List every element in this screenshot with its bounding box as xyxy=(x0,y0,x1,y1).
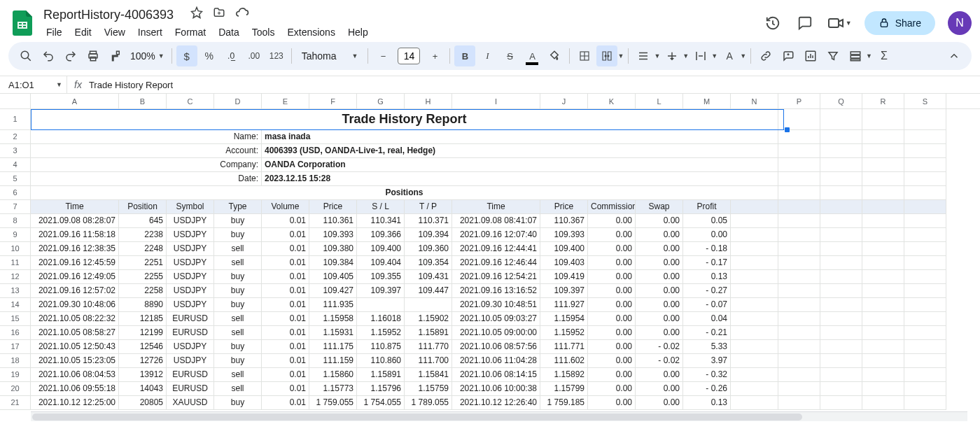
cell[interactable]: 3.97 xyxy=(683,354,731,368)
row-header[interactable]: 17 xyxy=(0,340,31,354)
cell[interactable]: 2021.10.06 08:04:53 xyxy=(31,368,119,382)
cell[interactable]: T / P xyxy=(405,200,452,214)
cell[interactable] xyxy=(904,298,946,312)
col-header[interactable]: A xyxy=(31,94,119,108)
cell[interactable]: - 0.21 xyxy=(683,326,731,340)
undo-icon[interactable] xyxy=(38,45,59,66)
italic-button[interactable]: I xyxy=(477,45,498,66)
cell[interactable]: 0.00 xyxy=(588,298,636,312)
cell[interactable]: 0.00 xyxy=(588,256,636,270)
cell[interactable]: 13912 xyxy=(119,368,167,382)
cell[interactable]: 109.400 xyxy=(540,242,588,256)
cell[interactable] xyxy=(820,326,862,340)
cell[interactable] xyxy=(904,144,946,158)
cell[interactable]: 109.400 xyxy=(357,242,405,256)
cell[interactable] xyxy=(820,382,862,396)
cell[interactable] xyxy=(862,312,904,326)
cell[interactable]: 111.159 xyxy=(309,354,357,368)
cell[interactable]: Date: xyxy=(31,172,262,186)
cell[interactable]: 0.01 xyxy=(262,284,309,298)
cell[interactable]: 109.431 xyxy=(405,270,452,284)
cell[interactable]: EURUSD xyxy=(167,382,214,396)
cell[interactable]: USDJPY xyxy=(167,214,214,228)
cell[interactable]: buy xyxy=(214,270,262,284)
cell[interactable] xyxy=(904,256,946,270)
col-header[interactable]: I xyxy=(452,94,540,108)
text-color-button[interactable]: A xyxy=(522,45,542,66)
cell[interactable]: 111.770 xyxy=(405,340,452,354)
select-all-corner[interactable] xyxy=(0,94,31,108)
cell[interactable]: EURUSD xyxy=(167,312,214,326)
cell[interactable]: 109.447 xyxy=(405,284,452,298)
cell[interactable] xyxy=(820,256,862,270)
cell[interactable] xyxy=(862,396,904,410)
cell[interactable]: 2021.10.06 11:04:28 xyxy=(452,354,540,368)
cell[interactable]: buy xyxy=(214,298,262,312)
cell[interactable] xyxy=(904,396,946,410)
cell[interactable]: 0.00 xyxy=(636,312,683,326)
cell[interactable]: 109.404 xyxy=(357,256,405,270)
cell[interactable] xyxy=(904,382,946,396)
cell[interactable] xyxy=(820,186,862,200)
cell[interactable] xyxy=(778,242,820,256)
cell[interactable] xyxy=(731,298,778,312)
cell[interactable] xyxy=(731,270,778,284)
cell[interactable]: 2238 xyxy=(119,228,167,242)
cell[interactable]: Symbol xyxy=(167,200,214,214)
cell[interactable]: USDJPY xyxy=(167,354,214,368)
cell[interactable]: buy xyxy=(214,396,262,410)
cell[interactable] xyxy=(731,326,778,340)
cell[interactable]: 2255 xyxy=(119,270,167,284)
cell[interactable] xyxy=(862,200,904,214)
cell[interactable]: Time xyxy=(452,200,540,214)
cell[interactable] xyxy=(820,298,862,312)
cell[interactable] xyxy=(820,284,862,298)
cell[interactable]: 0.01 xyxy=(262,242,309,256)
decrease-font-button[interactable]: − xyxy=(372,45,393,66)
menu-tools[interactable]: Tools xyxy=(246,24,281,41)
cell[interactable] xyxy=(778,312,820,326)
cell[interactable]: 5.33 xyxy=(683,340,731,354)
cell[interactable]: 110.367 xyxy=(540,214,588,228)
cell[interactable]: 110.361 xyxy=(309,214,357,228)
sheets-logo[interactable] xyxy=(8,9,36,37)
row-header[interactable]: 10 xyxy=(0,242,31,256)
cell[interactable]: 109.354 xyxy=(405,256,452,270)
cell[interactable]: 111.771 xyxy=(540,340,588,354)
history-icon[interactable] xyxy=(763,13,783,33)
cell[interactable]: - 0.07 xyxy=(683,298,731,312)
row-header[interactable]: 15 xyxy=(0,312,31,326)
col-header[interactable]: D xyxy=(214,94,262,108)
cell[interactable]: 0.00 xyxy=(636,396,683,410)
cell[interactable]: 111.927 xyxy=(540,298,588,312)
cell[interactable]: Profit xyxy=(683,200,731,214)
cell[interactable] xyxy=(778,200,820,214)
cell[interactable]: 109.393 xyxy=(540,228,588,242)
cell[interactable]: Type xyxy=(214,200,262,214)
cell[interactable] xyxy=(778,186,820,200)
cloud-status-icon[interactable] xyxy=(235,6,249,20)
col-header[interactable]: S xyxy=(904,94,946,108)
cell[interactable]: 0.01 xyxy=(262,382,309,396)
cell[interactable] xyxy=(820,368,862,382)
cell[interactable]: - 0.26 xyxy=(683,382,731,396)
cell[interactable]: 1.15952 xyxy=(357,326,405,340)
cell[interactable]: 2021.09.16 12:38:35 xyxy=(31,242,119,256)
bold-button[interactable]: B xyxy=(454,45,475,66)
cell[interactable] xyxy=(862,144,904,158)
cell[interactable]: 1.15759 xyxy=(405,382,452,396)
cell[interactable] xyxy=(904,326,946,340)
row-header[interactable]: 9 xyxy=(0,228,31,242)
cell[interactable]: 645 xyxy=(119,214,167,228)
col-header[interactable]: P xyxy=(778,94,820,108)
cell[interactable]: 109.427 xyxy=(309,284,357,298)
cell[interactable] xyxy=(731,396,778,410)
share-button[interactable]: Share xyxy=(864,11,935,35)
wrap-button[interactable] xyxy=(690,45,711,66)
cell[interactable] xyxy=(820,214,862,228)
cell[interactable]: 1 759.055 xyxy=(309,396,357,410)
menu-help[interactable]: Help xyxy=(342,24,374,41)
row-header[interactable]: 2 xyxy=(0,130,31,144)
cell[interactable]: 1 754.055 xyxy=(357,396,405,410)
cell[interactable] xyxy=(778,298,820,312)
